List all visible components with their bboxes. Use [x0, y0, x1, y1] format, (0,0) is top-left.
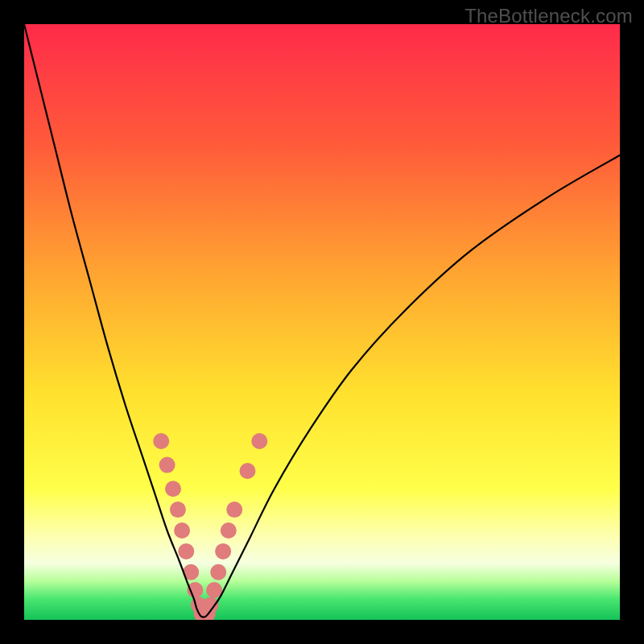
highlight-dot [221, 522, 237, 539]
highlight-dot [251, 433, 267, 449]
chart-frame: TheBottleneck.com [0, 0, 644, 644]
chart-svg [24, 24, 620, 620]
highlight-dot [159, 457, 175, 473]
highlight-dot [226, 502, 242, 518]
plot-area [24, 24, 620, 620]
highlight-dot [206, 582, 222, 598]
highlight-dot [240, 463, 256, 479]
highlight-dot [210, 564, 226, 580]
highlight-dot [174, 522, 190, 539]
highlight-dot [153, 433, 169, 449]
highlight-dot [178, 543, 194, 559]
gradient-background [24, 24, 620, 620]
highlight-dot [165, 481, 181, 497]
highlight-dot [215, 543, 231, 559]
highlight-dot [170, 502, 186, 518]
watermark-text: TheBottleneck.com [464, 5, 633, 27]
